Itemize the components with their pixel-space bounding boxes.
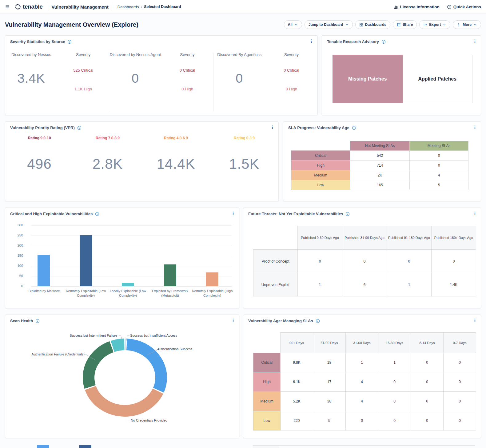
table-cell[interactable]: 165	[350, 180, 410, 190]
bar-4[interactable]	[206, 272, 218, 286]
table-cell[interactable]: 542	[350, 151, 410, 161]
table-cell[interactable]: 0	[444, 392, 476, 411]
info-icon[interactable]	[381, 40, 386, 44]
table-cell[interactable]: 4	[410, 170, 468, 180]
vpr-rating-value[interactable]: 2.8K	[74, 156, 142, 172]
table-cell[interactable]: 0	[298, 250, 342, 273]
critical-count[interactable]: 525 Critical	[73, 68, 93, 73]
kebab-menu-icon[interactable]	[231, 318, 235, 323]
table-cell[interactable]: 17	[313, 372, 346, 392]
table-cell[interactable]: 38	[313, 392, 346, 411]
bar-3[interactable]	[164, 264, 176, 286]
kebab-menu-icon[interactable]	[473, 39, 477, 43]
cutoff-table-cell	[253, 446, 279, 448]
bar-1[interactable]	[80, 235, 92, 286]
kebab-menu-icon[interactable]	[309, 39, 314, 43]
kebab-menu-icon[interactable]	[270, 125, 275, 129]
tenable-logo[interactable]: tenable	[15, 3, 42, 10]
info-icon[interactable]	[35, 319, 40, 323]
vpr-rating-value[interactable]: 1.5K	[210, 156, 278, 172]
chevron-down-icon	[473, 23, 477, 26]
info-icon[interactable]	[95, 212, 99, 216]
table-cell[interactable]: 9.8K	[281, 353, 313, 372]
table-cell[interactable]: 0	[444, 372, 476, 392]
table-cell[interactable]: 714	[350, 161, 410, 170]
table-cell[interactable]: 0	[346, 411, 378, 430]
hamburger-menu-icon[interactable]	[5, 4, 10, 9]
kebab-menu-icon[interactable]	[473, 318, 477, 323]
quick-actions-link[interactable]: Quick Actions	[447, 5, 481, 9]
gridline	[31, 266, 232, 266]
table-cell[interactable]: 5.2K	[281, 392, 313, 411]
top-navigation-bar: tenable Vulnerability Management Dashboa…	[0, 0, 486, 14]
table-cell[interactable]: 1	[346, 353, 378, 372]
toolbar-button-export[interactable]: Export	[419, 20, 450, 29]
source-count: 0	[236, 71, 243, 86]
future-threats-table: Published 0-30 Days AgoPublished 31-90 D…	[253, 226, 476, 296]
kebab-menu-icon[interactable]	[473, 125, 477, 129]
toolbar-button-share[interactable]: Share	[393, 20, 417, 29]
toolbar-button-dashboards[interactable]: Dashboards	[355, 20, 390, 29]
table-cell[interactable]: 0	[378, 392, 411, 411]
table-cell[interactable]: 1	[298, 273, 342, 296]
table-cell[interactable]: 0	[411, 372, 444, 392]
table-cell[interactable]: 0	[411, 411, 444, 430]
license-information-link[interactable]: License Information	[393, 5, 439, 9]
bar-0[interactable]	[38, 255, 50, 286]
high-count[interactable]: 0 High	[181, 87, 193, 91]
source-label: Discovered By Agentless	[217, 52, 261, 57]
panel-title: SLA Progress: Vulnerability Age	[288, 125, 349, 130]
table-cell[interactable]: 1	[378, 353, 411, 372]
table-cell[interactable]: 0	[378, 411, 411, 430]
missing-patches-block[interactable]: Missing Patches	[333, 55, 403, 103]
high-count[interactable]: 1.1K High	[74, 87, 92, 91]
vpr-rating-label: Rating 9.0-10	[5, 136, 74, 140]
table-cell[interactable]: 0	[410, 151, 468, 161]
info-icon[interactable]	[316, 319, 320, 323]
severity-source-group: Discovered by Nessus Agent 0 Severity 0 …	[109, 49, 213, 113]
table-cell[interactable]: 4	[346, 372, 378, 392]
x-axis-category: Exploited by Framework (Metasploit)	[149, 289, 192, 298]
table-cell[interactable]: 5	[410, 180, 468, 190]
table-cell[interactable]: 0	[410, 161, 468, 170]
info-icon[interactable]	[67, 40, 72, 44]
table-cell[interactable]: 0	[444, 411, 476, 430]
applied-patches-block[interactable]: Applied Patches	[403, 55, 473, 103]
breadcrumb-current: Selected Dashboard	[144, 5, 181, 9]
info-icon[interactable]	[77, 126, 82, 130]
vpr-rating-item: Rating 9.0-10 496	[5, 136, 74, 172]
info-icon[interactable]	[352, 126, 356, 130]
critical-count[interactable]: 0 Critical	[180, 68, 195, 73]
table-cell[interactable]: 4	[346, 392, 378, 411]
toolbar-button-all[interactable]: All	[284, 20, 302, 29]
toolbar-button-more[interactable]: More	[453, 20, 481, 29]
table-cell[interactable]: 0	[411, 392, 444, 411]
vpr-rating-value[interactable]: 496	[5, 156, 74, 172]
table-cell[interactable]: 5	[313, 411, 346, 430]
info-icon[interactable]	[345, 212, 350, 216]
table-cell[interactable]: 6.1K	[281, 372, 313, 392]
critical-count[interactable]: 0 Critical	[284, 68, 299, 73]
kebab-menu-icon[interactable]	[473, 211, 477, 216]
table-cell[interactable]: 1	[387, 273, 432, 296]
chevron-down-icon	[443, 23, 446, 26]
table-cell[interactable]: 18	[313, 353, 346, 372]
table-cell[interactable]: 2K	[350, 170, 410, 180]
table-cell[interactable]: 0	[411, 353, 444, 372]
bar-2[interactable]	[122, 283, 134, 286]
table-cell[interactable]: 0	[432, 250, 476, 273]
vpr-rating-value[interactable]: 14.4K	[142, 156, 210, 172]
vpr-rating-item: Rating 7.0-8.9 2.8K	[74, 136, 142, 172]
high-count[interactable]: 0 High	[286, 87, 297, 91]
table-cell[interactable]: 0	[387, 250, 432, 273]
table-cell[interactable]: 1.4K	[432, 273, 476, 296]
table-cell[interactable]: 220	[281, 411, 313, 430]
table-cell[interactable]: 0	[444, 353, 476, 372]
breadcrumb-dashboards[interactable]: Dashboards	[118, 5, 139, 9]
table-cell[interactable]: 0	[378, 372, 411, 392]
kebab-menu-icon[interactable]	[231, 211, 235, 216]
table-cell[interactable]: 0	[342, 250, 387, 273]
table-cell[interactable]: 6	[342, 273, 387, 296]
panel-title: Vulnerability Priority Rating (VPR)	[10, 125, 75, 130]
toolbar-button-jump-to-dashboard[interactable]: Jump to Dashboard	[305, 20, 353, 29]
